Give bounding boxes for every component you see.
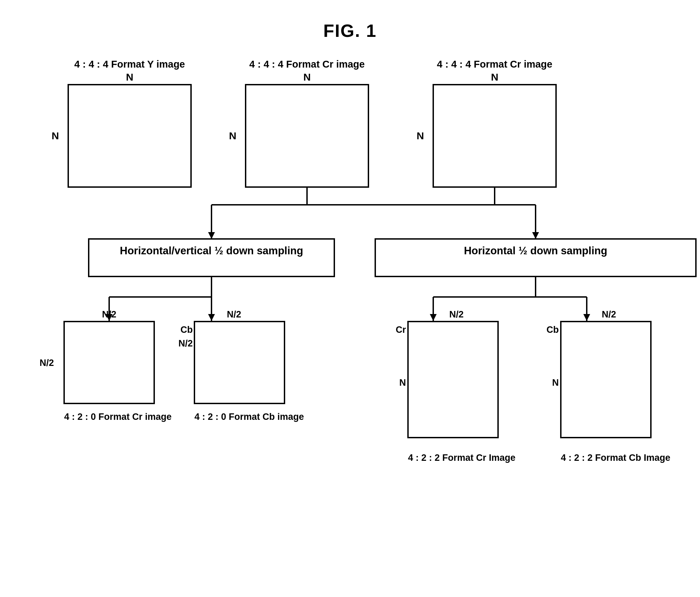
svg-text:N: N xyxy=(491,71,498,83)
svg-marker-36 xyxy=(583,314,590,321)
svg-text:4 : 2 : 2 Format Cb Image: 4 : 2 : 2 Format Cb Image xyxy=(561,453,670,463)
svg-text:4 : 4 : 4 Format Cr image: 4 : 4 : 4 Format Cr image xyxy=(437,59,552,70)
svg-text:N: N xyxy=(52,130,59,141)
svg-text:Cb: Cb xyxy=(180,325,193,335)
svg-rect-10 xyxy=(433,85,556,187)
svg-text:Horizontal/vertical ½ down sam: Horizontal/vertical ½ down sampling xyxy=(120,245,303,257)
diagram-svg: 4 : 4 : 4 Format Y image N N 4 : 4 : 4 F… xyxy=(0,0,700,597)
svg-text:N: N xyxy=(303,71,311,83)
svg-text:N/2: N/2 xyxy=(40,358,54,368)
svg-marker-34 xyxy=(430,314,437,321)
svg-rect-44 xyxy=(194,322,285,403)
svg-text:4 : 2 : 0 Format Cr image: 4 : 2 : 0 Format Cr image xyxy=(64,412,172,422)
svg-text:4 : 2 : 0 Format Cb image: 4 : 2 : 0 Format Cb image xyxy=(194,412,304,422)
svg-text:Cr: Cr xyxy=(396,325,406,335)
svg-text:N: N xyxy=(126,71,133,83)
svg-text:Cb: Cb xyxy=(546,325,559,335)
svg-text:N: N xyxy=(417,130,424,141)
svg-text:4 : 2 : 2 Format Cr Image: 4 : 2 : 2 Format Cr Image xyxy=(408,453,515,463)
svg-text:4 : 4 : 4 Format Y image: 4 : 4 : 4 Format Y image xyxy=(74,59,185,70)
svg-rect-6 xyxy=(246,85,368,187)
svg-marker-19 xyxy=(532,232,539,239)
fig-title: FIG. 1 xyxy=(0,0,700,41)
svg-rect-49 xyxy=(408,322,498,438)
svg-text:N: N xyxy=(399,378,406,388)
svg-marker-28 xyxy=(106,314,113,321)
svg-text:N: N xyxy=(552,378,559,388)
svg-text:4 : 4 : 4 Format Cr image: 4 : 4 : 4 Format Cr image xyxy=(249,59,365,70)
svg-text:N/2: N/2 xyxy=(102,309,116,319)
svg-rect-2 xyxy=(68,85,191,187)
svg-text:N/2: N/2 xyxy=(227,309,241,319)
svg-rect-21 xyxy=(89,239,334,276)
svg-rect-54 xyxy=(561,322,651,438)
svg-text:Horizontal ½ down sampling: Horizontal ½ down sampling xyxy=(464,245,607,257)
page: FIG. 1 4 : 4 : 4 Format Y image N N 4 : … xyxy=(0,0,700,597)
svg-text:N/2: N/2 xyxy=(602,309,616,319)
svg-text:N/2: N/2 xyxy=(449,309,464,319)
svg-rect-23 xyxy=(375,239,696,276)
svg-text:N/2: N/2 xyxy=(178,338,193,349)
svg-marker-30 xyxy=(208,314,215,321)
svg-text:N: N xyxy=(229,130,236,141)
svg-marker-15 xyxy=(208,232,215,239)
svg-rect-38 xyxy=(64,322,154,403)
